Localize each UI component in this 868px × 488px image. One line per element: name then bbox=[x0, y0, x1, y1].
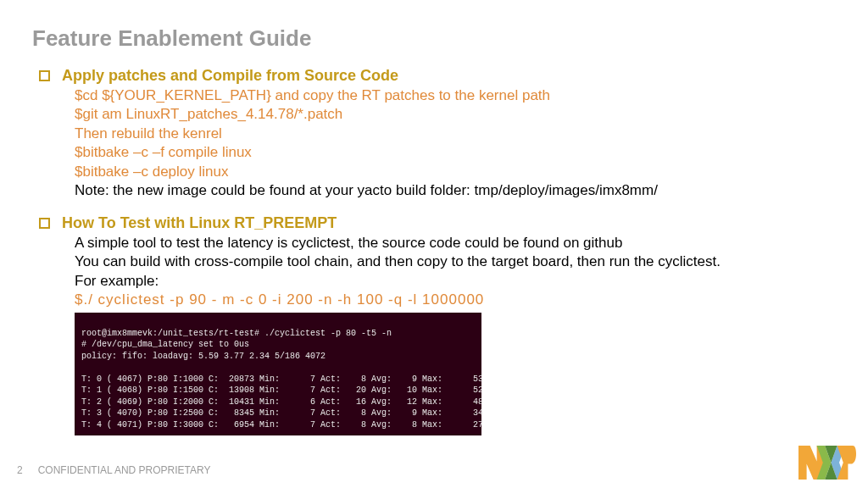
section-body: $cd ${YOUR_KERNEL_PATH} and copy the RT … bbox=[39, 86, 836, 201]
command-example: $./ cyclictest -p 90 - m -c 0 -i 200 -n … bbox=[75, 291, 836, 309]
section-title: How To Test with Linux RT_PREEMPT bbox=[62, 214, 337, 232]
section-apply-patches: Apply patches and Compile from Source Co… bbox=[39, 67, 836, 201]
terminal-line: policy: fifo: loadavg: 5.59 3.77 2.34 5/… bbox=[81, 352, 326, 361]
footer: 2 CONFIDENTIAL AND PROPRIETARY bbox=[17, 464, 211, 476]
section-body: A simple tool to test the latency is cyc… bbox=[39, 234, 836, 436]
section-title: Apply patches and Compile from Source Co… bbox=[62, 67, 398, 85]
nxp-logo bbox=[798, 446, 856, 480]
section-how-to-test: How To Test with Linux RT_PREEMPT A simp… bbox=[39, 214, 836, 436]
bullet-icon bbox=[39, 218, 50, 229]
footer-label: CONFIDENTIAL AND PROPRIETARY bbox=[38, 464, 211, 476]
code-line: Then rebuild the kenrel bbox=[75, 125, 836, 143]
text-line: You can build with cross-compile tool ch… bbox=[75, 252, 836, 271]
slide: Feature Enablement Guide Apply patches a… bbox=[0, 0, 868, 435]
page-title: Feature Enablement Guide bbox=[32, 25, 836, 52]
section-header: Apply patches and Compile from Source Co… bbox=[39, 67, 836, 85]
section-header: How To Test with Linux RT_PREEMPT bbox=[39, 214, 836, 232]
sections: Apply patches and Compile from Source Co… bbox=[32, 67, 836, 435]
terminal-line: T: 2 ( 4069) P:80 I:2000 C: 10431 Min: 6… bbox=[81, 397, 483, 407]
terminal-line: T: 1 ( 4068) P:80 I:1500 C: 13908 Min: 7… bbox=[81, 385, 483, 395]
code-line: $bitbake –c –f compile linux bbox=[75, 143, 836, 162]
terminal-line: T: 3 ( 4070) P:80 I:2500 C: 8345 Min: 7 … bbox=[81, 408, 483, 418]
terminal-line: T: 0 ( 4067) P:80 I:1000 C: 20873 Min: 7… bbox=[81, 374, 483, 384]
code-line: $git am LinuxRT_patches_4.14.78/*.patch bbox=[75, 105, 836, 124]
terminal-line: T: 4 ( 4071) P:80 I:3000 C: 6954 Min: 7 … bbox=[81, 420, 483, 430]
code-line: $bitbake –c deploy linux bbox=[75, 163, 836, 181]
code-line: $cd ${YOUR_KERNEL_PATH} and copy the RT … bbox=[75, 86, 836, 105]
bullet-icon bbox=[39, 70, 50, 81]
page-number: 2 bbox=[17, 464, 23, 476]
terminal-line: # /dev/cpu_dma_latency set to 0us bbox=[81, 340, 249, 349]
terminal-output: root@imx8mmevk:/unit_tests/rt-test# ./cy… bbox=[75, 313, 481, 435]
text-line: A simple tool to test the latency is cyc… bbox=[75, 234, 836, 252]
text-line: Note: the new image could be found at yo… bbox=[75, 181, 836, 200]
text-line: For example: bbox=[75, 272, 836, 291]
terminal-line: root@imx8mmevk:/unit_tests/rt-test# ./cy… bbox=[81, 329, 392, 338]
